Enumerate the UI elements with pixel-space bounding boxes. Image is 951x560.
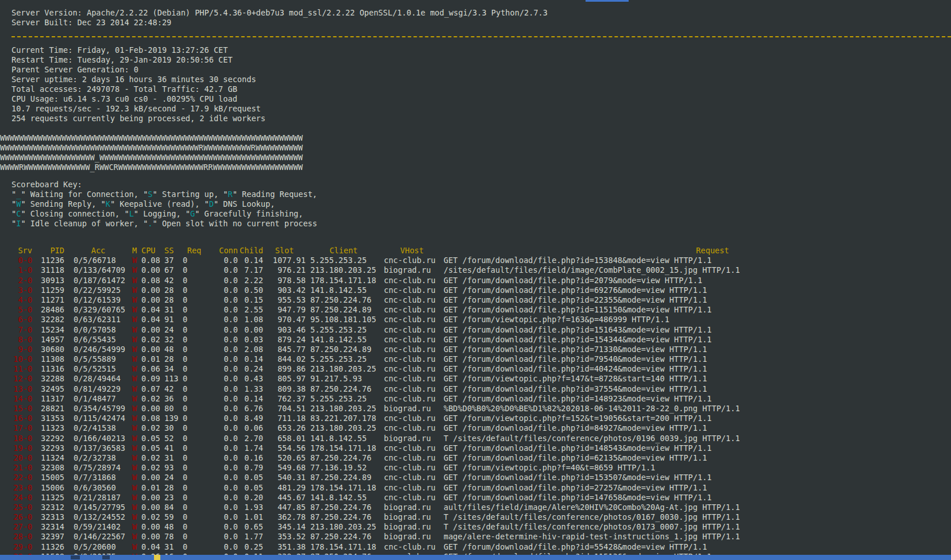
column-header-request: Request xyxy=(442,246,951,256)
scoreboard-key-title: Scoreboard Key: xyxy=(11,180,951,190)
table-row: 15-0288210/354/45799W0.008000.06.76704.5… xyxy=(11,404,951,414)
worker-table-body: 0-0112360/5/66718W0.083700.00.141077.915… xyxy=(11,256,951,560)
scoreboard-key-letter: L xyxy=(129,209,134,218)
column-header-pid: PID xyxy=(32,246,64,256)
scoreboard-line: WWWWWWWWWWWWWWWWWWWW_WWWWWWWWWWWWWWWWWWW… xyxy=(0,153,951,163)
table-row: 5-0284860/329/60765W0.043100.02.55947.79… xyxy=(11,305,951,315)
table-row: 8-0149570/6/55435W0.023200.00.03879.2414… xyxy=(11,335,951,345)
top-scrollbar-thumb[interactable] xyxy=(586,0,629,2)
scoreboard-key-lines: "_" Waiting for Connection, "S" Starting… xyxy=(11,190,951,229)
server-version-line: Server Version: Apache/2.2.22 (Debian) P… xyxy=(11,8,951,18)
scrollbar-text-artifact xyxy=(71,555,80,559)
table-row: 17-0113230/2/41538W0.023000.00.06653.262… xyxy=(11,423,951,433)
scoreboard-key-letter: G xyxy=(190,209,195,218)
scoreboard-key-letter: R xyxy=(228,190,233,199)
column-header-acc: Acc xyxy=(64,246,132,256)
table-row: 20-0113240/2/32738W0.023100.00.16520.658… xyxy=(11,453,951,463)
cpu-usage-line: CPU Usage: u6.14 s.73 cu0 cs0 - .00295% … xyxy=(11,94,951,104)
total-accesses-line: Total accesses: 2497078 - Total Traffic:… xyxy=(11,84,951,94)
scoreboard-key-letter: . xyxy=(148,219,152,228)
column-header-ss: SS xyxy=(162,246,182,256)
scoreboard-key-letter: S xyxy=(148,190,152,199)
restart-time-line: Restart Time: Tuesday, 29-Jan-2019 20:50… xyxy=(11,55,951,65)
table-row: 13-0324950/81/49229W0.074200.01.33809.38… xyxy=(11,384,951,394)
apache-server-status-page: Server Version: Apache/2.2.22 (Debian) P… xyxy=(0,0,951,560)
scoreboard-key-line: "I" Idle cleanup of worker, "." Open slo… xyxy=(11,219,951,229)
separator-rule xyxy=(11,36,951,37)
table-row: 2-0309130/187/61472W0.084200.02.22978.58… xyxy=(11,276,951,285)
scoreboard-key-letter: D xyxy=(209,199,214,208)
scoreboard-key-line: "_" Waiting for Connection, "S" Starting… xyxy=(11,190,951,199)
scoreboard: WWWWWWWWWWWWWWWWWWWWWWWWWWWWWWWWWWWWWWWW… xyxy=(0,133,951,172)
column-header-srv: Srv xyxy=(11,246,32,256)
table-row: 28-0323970/146/22567W0.007800.01.77353.5… xyxy=(11,532,951,542)
table-row: 23-0150060/6/30560W0.012800.00.05481.291… xyxy=(11,483,951,493)
horizontal-scrollbar[interactable] xyxy=(0,555,951,560)
table-row: 9-0306800/246/54999W0.004800.02.08845.77… xyxy=(11,345,951,354)
request-rate-line: 10.7 requests/sec - 192.3 kB/second - 17… xyxy=(11,104,951,114)
status-summary: Current Time: Friday, 01-Feb-2019 13:27:… xyxy=(11,45,951,123)
table-row: 16-0313530/115/42474W0.0813900.08.49711.… xyxy=(11,414,951,423)
parent-generation-line: Parent Server Generation: 0 xyxy=(11,65,951,75)
scoreboard-line: WWWWWWWWWWWWWWWWWWWWWWWWWWWWWWWWWWWWWWWW… xyxy=(0,133,951,143)
column-header-cpu: CPU xyxy=(140,246,162,256)
table-row: 12-0322880/28/49464W0.0911300.00.43805.9… xyxy=(11,374,951,384)
scrollbar-find-marker xyxy=(154,555,160,560)
column-header-child: Child xyxy=(238,246,263,256)
column-header-client: Client xyxy=(306,246,382,256)
column-header-conn: Conn xyxy=(207,246,238,256)
table-row: 1-0311180/133/64709W0.006700.07.17976.21… xyxy=(11,265,951,275)
page-content: Server Version: Apache/2.2.22 (Debian) P… xyxy=(0,0,951,560)
column-header-slot: Slot xyxy=(263,246,306,256)
scoreboard-key-line: "W" Sending Reply, "K" Keepalive (read),… xyxy=(11,199,951,209)
scoreboard-line: WWWWWWWWWWWWWWWWWWWWWWWWWWWWWWWWWWWWWWWW… xyxy=(0,143,951,153)
table-row: 0-0112360/5/66718W0.083700.00.141077.915… xyxy=(11,256,951,265)
scoreboard-key: Scoreboard Key: "_" Waiting for Connecti… xyxy=(11,180,951,229)
table-row: 18-0322920/166/40213W0.055200.02.70658.0… xyxy=(11,434,951,443)
current-time-line: Current Time: Friday, 01-Feb-2019 13:27:… xyxy=(11,45,951,55)
scoreboard-key-letter: K xyxy=(106,199,110,208)
table-row: 27-0323140/59/21402W0.004800.00.65345.14… xyxy=(11,522,951,532)
table-row: 29-0113260/5/20600W0.043100.00.25351.381… xyxy=(11,542,951,552)
table-row: 22-0150050/7/31868W0.002400.00.05540.318… xyxy=(11,473,951,482)
table-row: 11-0113160/5/52515W0.063400.00.24899.862… xyxy=(11,364,951,374)
worker-table-header: SrvPIDAccMCPUSSReqConnChildSlotClientVHo… xyxy=(11,246,951,256)
table-row: 24-0113250/21/28187W0.002300.00.20445.67… xyxy=(11,493,951,503)
server-built-line: Server Built: Dec 23 2014 22:48:29 xyxy=(11,18,951,28)
table-row: 10-0113080/5/55889W0.012800.00.14844.025… xyxy=(11,354,951,364)
table-row: 14-0113170/1/48477W0.023600.00.14762.375… xyxy=(11,394,951,404)
table-row: 4-0112710/12/61539W0.002800.00.15955.538… xyxy=(11,295,951,305)
table-row: 7-0152340/0/57058W0.002400.00.00903.465.… xyxy=(11,325,951,335)
table-row: 19-0322930/137/36583W0.054100.01.74554.5… xyxy=(11,443,951,453)
table-row: 21-0323080/75/28974W0.029300.00.79549.68… xyxy=(11,463,951,473)
workers-line: 254 requests currently being processed, … xyxy=(11,114,951,123)
column-header-m: M xyxy=(132,246,140,256)
scoreboard-line: WWWWRWWWWWWWWWWWWWW_RWWCRWWWWWWWWWWWWWWW… xyxy=(0,163,951,172)
table-row: 25-0323120/145/27795W0.008400.01.93447.8… xyxy=(11,503,951,512)
scrollbar-text-artifact xyxy=(102,555,110,559)
uptime-line: Server uptime: 2 days 16 hours 36 minute… xyxy=(11,75,951,84)
table-row: 26-0323130/132/24552W0.025900.01.01362.7… xyxy=(11,512,951,522)
scoreboard-key-line: "C" Closing connection, "L" Logging, "G"… xyxy=(11,209,951,219)
table-row: 6-0322820/63/62311W0.049100.01.08970.479… xyxy=(11,315,951,325)
column-header-vhost: VHost xyxy=(382,246,442,256)
worker-table: SrvPIDAccMCPUSSReqConnChildSlotClientVHo… xyxy=(11,246,951,560)
column-header-req: Req xyxy=(182,246,207,256)
table-row: 3-0112590/22/59925W0.002800.00.50903.421… xyxy=(11,285,951,295)
